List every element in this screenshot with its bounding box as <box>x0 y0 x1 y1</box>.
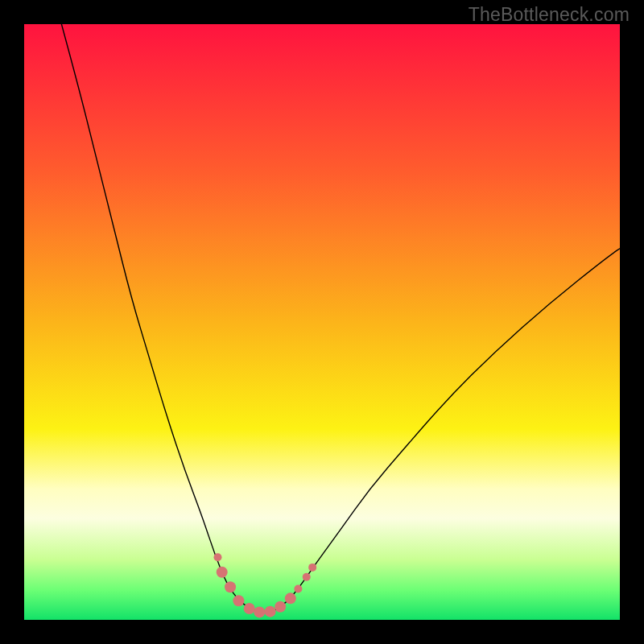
chart-frame: TheBottleneck.com <box>0 0 644 644</box>
highlight-dot <box>308 564 316 572</box>
highlight-dot <box>303 573 311 581</box>
plot-area <box>24 24 620 620</box>
highlight-dot <box>217 567 228 578</box>
chart-svg <box>24 24 620 620</box>
highlight-dot <box>233 595 244 606</box>
gradient-bg <box>24 24 620 620</box>
highlight-dot <box>294 585 302 593</box>
highlight-dot <box>275 601 286 613</box>
highlight-dot <box>265 606 276 617</box>
highlight-dot <box>225 581 236 592</box>
highlight-dot <box>254 606 265 617</box>
watermark-text: TheBottleneck.com <box>469 4 630 26</box>
highlight-dot <box>214 553 222 561</box>
highlight-dot <box>244 603 255 614</box>
highlight-dot <box>285 592 296 604</box>
